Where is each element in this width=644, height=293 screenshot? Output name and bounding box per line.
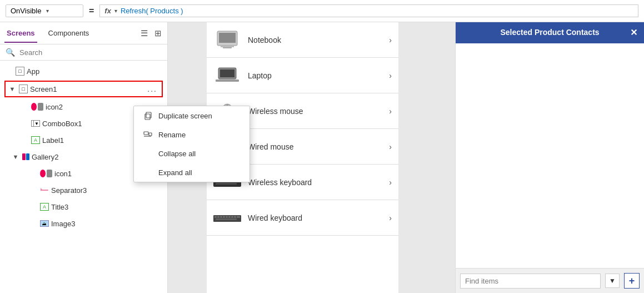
chevron-right-icon: › — [389, 36, 392, 44]
equals-sign: = — [89, 6, 94, 16]
rename-icon — [143, 130, 153, 140]
chevron-right-icon-6: › — [389, 213, 392, 222]
product-item-notebook[interactable]: Notebook › — [207, 22, 398, 58]
formula-bar[interactable]: fx ▾ Refresh( Products ) — [99, 4, 638, 17]
svg-rect-13 — [216, 80, 239, 82]
chevron-right-icon-2: › — [389, 71, 392, 80]
tree-item-app[interactable]: □ App — [0, 63, 167, 80]
duplicate-label: Duplicate screen — [158, 112, 212, 120]
svg-rect-36 — [231, 216, 233, 218]
tree-item-image3[interactable]: ⛰ Image3 — [0, 215, 167, 232]
product-name-laptop: Laptop — [248, 71, 382, 80]
svg-rect-12 — [220, 69, 234, 77]
formula-text: Refresh( Products ) — [121, 7, 183, 15]
fx-chevron-icon: ▾ — [114, 8, 117, 14]
product-name-notebook: Notebook — [248, 36, 382, 44]
search-bar: 🔍 — [0, 44, 167, 61]
tree-item-separator3[interactable]: Separator3 — [0, 182, 167, 198]
context-menu-duplicate[interactable]: Duplicate screen — [134, 106, 249, 125]
expand-icon — [143, 167, 153, 177]
panel-tabs: Screens Components ☰ ⊞ — [0, 22, 167, 44]
tree-label-separator3: Separator3 — [51, 186, 163, 195]
gallery2-arrow-icon: ▼ — [11, 153, 20, 160]
svg-marker-1 — [41, 188, 42, 191]
svg-rect-38 — [237, 216, 240, 218]
product-item-wired-keyboard[interactable]: Wired keyboard › — [207, 200, 398, 236]
product-name-wired-keyboard: Wired keyboard — [248, 213, 382, 222]
screen1-container: ▼ □ Screen1 ... — [2, 81, 165, 97]
collapse-label: Collapse all — [158, 150, 196, 158]
notebook-icon — [213, 29, 241, 51]
fx-icon: fx — [104, 7, 111, 15]
svg-rect-28 — [216, 183, 237, 185]
rename-label: Rename — [158, 131, 186, 139]
svg-rect-8 — [219, 33, 236, 43]
svg-rect-34 — [226, 216, 228, 218]
separator3-icon — [40, 186, 49, 194]
screen1-icon: □ — [19, 85, 28, 93]
svg-rect-10 — [221, 46, 234, 47]
search-input[interactable] — [19, 48, 162, 57]
svg-rect-39 — [216, 218, 237, 220]
chevron-right-icon-4: › — [389, 142, 392, 151]
svg-rect-6 — [149, 133, 152, 136]
product-item-laptop[interactable]: Laptop › — [207, 58, 398, 93]
list-icon[interactable]: ☰ — [139, 27, 149, 39]
chevron-right-icon-5: › — [389, 178, 392, 187]
close-button[interactable]: ✕ — [630, 27, 637, 38]
add-button[interactable]: + — [624, 273, 640, 289]
product-name-wireless-mouse: Wireless mouse — [248, 107, 382, 116]
tree-item-screen1[interactable]: ▼ □ Screen1 ... — [4, 81, 163, 97]
screen1-arrow-icon: ▼ — [8, 86, 17, 92]
on-visible-dropdown[interactable]: OnVisible ▾ — [6, 4, 83, 17]
icon2-icon — [31, 103, 43, 111]
context-menu-rename[interactable]: Rename — [134, 125, 249, 144]
right-panel-body — [456, 42, 644, 268]
combobox1-icon: ▼ — [31, 120, 40, 127]
svg-rect-32 — [220, 216, 222, 218]
image3-icon: ⛰ — [40, 220, 49, 227]
collapse-icon — [143, 148, 153, 158]
wired-keyboard-icon — [213, 207, 241, 229]
top-bar: OnVisible ▾ = fx ▾ Refresh( Products ) — [0, 0, 644, 22]
svg-rect-31 — [217, 216, 219, 218]
svg-rect-3 — [146, 112, 151, 118]
dots-menu-button[interactable]: ... — [145, 85, 159, 93]
tab-screens[interactable]: Screens — [4, 24, 37, 43]
svg-rect-37 — [234, 216, 236, 218]
tab-components[interactable]: Components — [46, 24, 92, 43]
context-menu-expand[interactable]: Expand all — [134, 163, 249, 182]
svg-rect-33 — [223, 216, 225, 218]
right-panel-title: Selected Product Contacts — [500, 28, 599, 37]
gallery2-icon — [22, 153, 29, 160]
tree-item-title3[interactable]: A Title3 — [0, 198, 167, 215]
dropdown-label: OnVisible — [11, 7, 43, 15]
svg-rect-30 — [214, 216, 217, 218]
find-items-input[interactable] — [460, 274, 601, 289]
laptop-icon — [213, 64, 241, 87]
tree-label-screen1: Screen1 — [30, 85, 143, 93]
tree-label-title3: Title3 — [51, 203, 163, 211]
main-layout: Screens Components ☰ ⊞ 🔍 □ App — [0, 22, 644, 293]
chevron-right-icon-3: › — [389, 107, 392, 116]
expand-label: Expand all — [158, 168, 192, 177]
context-menu-collapse[interactable]: Collapse all — [134, 144, 249, 163]
dropdown-chevron-icon: ▾ — [46, 8, 78, 14]
grid-icon[interactable]: ⊞ — [153, 27, 163, 39]
context-menu: Duplicate screen Rename Collapse all — [133, 106, 250, 182]
right-panel-footer: ▼ + — [456, 268, 644, 293]
tree-label-image3: Image3 — [51, 220, 163, 228]
svg-rect-35 — [228, 216, 231, 218]
app-icon: □ — [16, 67, 24, 76]
product-name-wired-mouse: Wired mouse — [248, 142, 382, 151]
find-items-dropdown[interactable]: ▼ — [605, 274, 620, 288]
search-icon: 🔍 — [6, 48, 15, 57]
svg-rect-4 — [144, 132, 148, 135]
duplicate-icon — [143, 111, 153, 121]
left-panel: Screens Components ☰ ⊞ 🔍 □ App — [0, 22, 168, 293]
label1-icon: A — [31, 136, 40, 144]
product-name-wireless-keyboard: Wireless keyboard — [248, 178, 382, 187]
svg-rect-2 — [145, 114, 150, 120]
right-panel-header: Selected Product Contacts ✕ — [456, 22, 644, 42]
icon1-icon — [40, 170, 52, 177]
